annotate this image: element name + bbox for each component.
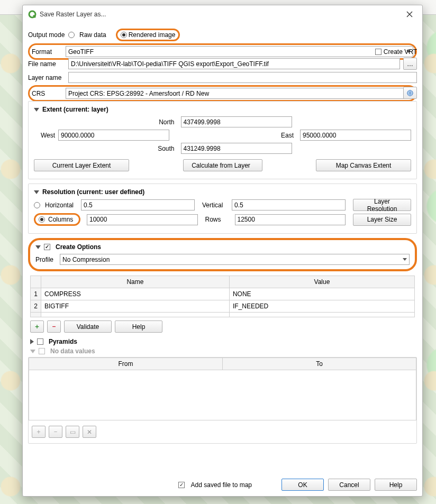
close-button[interactable] xyxy=(402,8,417,20)
option-value[interactable]: NONE xyxy=(229,288,414,300)
validate-button[interactable]: Validate xyxy=(64,320,112,333)
rows-label: Rows xyxy=(205,216,232,223)
create-options-header[interactable]: Create Options xyxy=(35,243,412,251)
east-label: East xyxy=(272,132,294,139)
browse-file-button[interactable]: … xyxy=(403,58,417,70)
west-input[interactable] xyxy=(58,130,169,141)
columns-label: Columns xyxy=(48,216,76,223)
profile-label: Profile xyxy=(35,256,57,263)
row-number: 2 xyxy=(31,300,41,313)
rendered-image-label: Rendered image xyxy=(129,31,176,39)
output-mode-label: Output mode xyxy=(28,31,65,39)
cancel-button[interactable]: Cancel xyxy=(328,479,370,491)
columns-highlight: Columns xyxy=(34,213,80,226)
vertical-input[interactable] xyxy=(232,199,346,210)
columns-radio[interactable] xyxy=(39,216,45,223)
columns-input[interactable] xyxy=(87,214,198,225)
layer-resolution-button[interactable]: Layer Resolution xyxy=(353,199,411,211)
extent-title: Extent (current: layer) xyxy=(42,106,108,113)
folder-icon: ▭ xyxy=(70,428,76,436)
to-header: To xyxy=(223,358,416,370)
rendered-image-highlight: Rendered image xyxy=(116,29,180,41)
option-name[interactable]: BIGTIFF xyxy=(41,300,230,313)
remove-option-button[interactable]: － xyxy=(47,320,61,333)
add-option-button[interactable]: ＋ xyxy=(30,320,44,333)
extent-group: Extent (current: layer) North West East … xyxy=(28,101,417,179)
name-header: Name xyxy=(41,276,230,288)
east-input[interactable] xyxy=(300,130,411,141)
rendered-image-radio[interactable] xyxy=(121,32,127,38)
horizontal-input[interactable] xyxy=(81,199,195,210)
nodata-title: No data values xyxy=(50,347,95,355)
help-button[interactable]: Help xyxy=(375,479,417,491)
file-name-input[interactable] xyxy=(68,58,400,69)
row-number: 1 xyxy=(31,288,41,300)
layer-size-button[interactable]: Layer Size xyxy=(353,214,411,226)
horizontal-radio[interactable] xyxy=(34,202,40,208)
resolution-group: Resolution (current: user defined) Horiz… xyxy=(28,184,417,234)
create-options-body: Name Value 1 COMPRESS NONE 2 BIGTIFF IF_… xyxy=(28,276,417,333)
north-input[interactable] xyxy=(181,116,292,127)
rows-input[interactable] xyxy=(235,214,346,225)
collapse-icon xyxy=(35,245,41,249)
minus-icon: － xyxy=(51,322,57,331)
crs-value: Project CRS: EPSG:28992 - Amersfoort / R… xyxy=(68,90,209,97)
save-raster-dialog: Save Raster Layer as... Output mode Raw … xyxy=(22,5,423,497)
create-options-highlight: Create Options Profile No Compression xyxy=(28,238,417,271)
from-header: From xyxy=(29,358,223,370)
add-to-map-label: Add saved file to map xyxy=(191,481,252,489)
option-value[interactable]: IF_NEEDED xyxy=(229,300,414,313)
ok-button[interactable]: OK xyxy=(281,479,324,491)
select-crs-button[interactable] xyxy=(403,87,417,99)
crs-combo[interactable]: Project CRS: EPSG:28992 - Amersfoort / R… xyxy=(66,88,413,99)
value-header: Value xyxy=(229,276,414,288)
south-label: South xyxy=(153,145,175,152)
raw-data-label: Raw data xyxy=(79,31,106,39)
crs-label: CRS xyxy=(32,90,62,97)
collapse-icon xyxy=(30,350,35,353)
table-header-row: Name Value xyxy=(31,276,415,288)
option-name[interactable]: COMPRESS xyxy=(41,288,230,300)
expand-icon xyxy=(30,339,34,344)
layer-name-input[interactable] xyxy=(68,72,417,83)
table-row[interactable]: 1 COMPRESS NONE xyxy=(31,288,415,300)
close-icon xyxy=(406,11,413,17)
extent-header[interactable]: Extent (current: layer) xyxy=(34,106,411,113)
format-label: Format xyxy=(32,48,62,56)
plus-icon: ＋ xyxy=(35,427,42,436)
create-options-checkbox[interactable] xyxy=(44,244,50,250)
nodata-add-button: ＋ xyxy=(32,426,46,438)
south-input[interactable] xyxy=(181,143,292,154)
create-options-help-button[interactable]: Help xyxy=(115,320,162,333)
current-layer-extent-button[interactable]: Current Layer Extent xyxy=(34,159,129,171)
format-combo[interactable]: GeoTIFF xyxy=(66,46,413,57)
map-canvas-extent-button[interactable]: Map Canvas Extent xyxy=(316,159,411,171)
pyramids-header[interactable]: Pyramids xyxy=(30,338,417,345)
format-value: GeoTIFF xyxy=(68,48,94,56)
table-row-empty[interactable] xyxy=(31,313,415,317)
calculate-from-layer-button[interactable]: Calculate from Layer xyxy=(183,159,262,171)
create-options-title: Create Options xyxy=(56,243,101,251)
collapse-icon xyxy=(34,190,39,194)
resolution-header[interactable]: Resolution (current: user defined) xyxy=(34,188,411,196)
nodata-table: From To xyxy=(29,358,416,370)
minus-icon: － xyxy=(52,427,59,436)
file-name-row: File name … xyxy=(28,58,417,70)
create-vrt-checkbox[interactable] xyxy=(375,49,382,55)
nodata-empty-area xyxy=(29,370,416,420)
qgis-icon xyxy=(28,10,37,19)
nodata-clear-button: ✕ xyxy=(83,426,96,438)
plus-icon: ＋ xyxy=(34,322,40,331)
vertical-label: Vertical xyxy=(202,201,229,209)
raw-data-radio[interactable] xyxy=(68,32,75,38)
north-label: North xyxy=(153,118,175,126)
create-vrt-label: Create VRT xyxy=(384,48,417,56)
ellipsis-icon: … xyxy=(407,60,413,68)
nodata-header: No data values xyxy=(30,347,417,355)
profile-combo[interactable]: No Compression xyxy=(60,254,410,265)
row-number-header xyxy=(31,276,41,288)
add-to-map-checkbox[interactable] xyxy=(178,482,185,488)
table-row[interactable]: 2 BIGTIFF IF_NEEDED xyxy=(31,300,415,313)
dialog-title: Save Raster Layer as... xyxy=(40,11,106,18)
pyramids-checkbox[interactable] xyxy=(37,338,43,345)
